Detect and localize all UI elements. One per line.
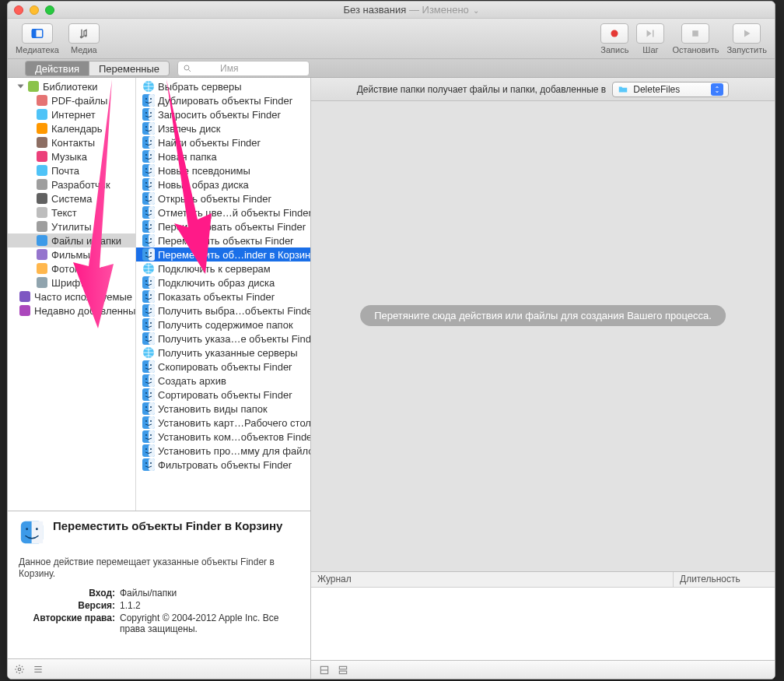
action-row[interactable]: Подключить образ диска	[136, 276, 310, 290]
action-label: Новая папка	[158, 151, 217, 163]
sidebar-item-files[interactable]: Файлы и папки	[8, 233, 135, 247]
stop-button[interactable]: Остановить	[672, 23, 719, 54]
action-label: Установить карт…Рабочего стола	[158, 417, 310, 429]
action-row[interactable]: Новые псевдонимы	[136, 163, 310, 177]
svg-rect-62	[149, 220, 155, 233]
folder-select[interactable]: DeleteFiles	[612, 82, 729, 97]
finder-action-icon	[142, 178, 155, 191]
media-label: Медиа	[71, 45, 97, 54]
action-row[interactable]: Скопировать объекты Finder	[136, 360, 310, 374]
sidebar-item-pdf[interactable]: PDF-файлы	[8, 93, 135, 107]
window-title[interactable]: Без названия — Изменено ⌄	[54, 4, 768, 16]
maximize-window-button[interactable]	[45, 5, 54, 15]
layout-icon-2[interactable]	[338, 665, 348, 676]
gear-icon[interactable]	[14, 664, 25, 675]
action-row[interactable]: Отметить цве…й объекты Finder	[136, 205, 310, 219]
recent-icon	[19, 304, 31, 317]
svg-rect-132	[339, 666, 346, 669]
action-row[interactable]: Показать объекты Finder	[136, 290, 310, 304]
action-row[interactable]: Выбрать серверы	[136, 79, 310, 93]
action-label: Установить про…мму для файлов	[158, 445, 310, 457]
tab-variables[interactable]: Переменные	[89, 61, 170, 76]
record-label: Запись	[600, 45, 628, 54]
action-row[interactable]: Фильтровать объекты Finder	[136, 458, 310, 472]
sidebar-recent[interactable]: Недавно добавленные	[8, 304, 135, 318]
action-row[interactable]: Переместить об…inder в Корзину	[136, 247, 310, 262]
svg-point-52	[150, 182, 152, 184]
log-col-duration[interactable]: Длительность	[674, 572, 775, 587]
svg-point-88	[145, 322, 147, 324]
sidebar-item-film[interactable]: Фильмы	[8, 247, 135, 262]
record-button[interactable]: Запись	[600, 23, 628, 54]
svg-point-51	[145, 182, 147, 184]
svg-point-105	[145, 392, 147, 394]
sidebar-item-txt[interactable]: Текст	[8, 205, 135, 219]
svg-rect-17	[37, 221, 47, 232]
search-input[interactable]: Имя	[177, 61, 310, 76]
action-row[interactable]: Переименовать объекты Finder	[136, 219, 310, 233]
library-tab-bar: Действия Переменные Имя	[8, 59, 775, 78]
sidebar-item-dev[interactable]: Разработчик	[8, 177, 135, 191]
action-row[interactable]: Установить ком…объектов Finder	[136, 430, 310, 444]
media-button[interactable]: Медиа	[68, 23, 100, 54]
action-row[interactable]: Получить указа…е объекты Finder	[136, 332, 310, 346]
action-label: Переместить объекты Finder	[158, 235, 293, 247]
dev-icon	[36, 178, 48, 191]
action-row[interactable]: Подключить к серверам	[136, 262, 310, 276]
layout-icon-1[interactable]	[319, 665, 330, 676]
search-icon	[183, 64, 192, 73]
svg-rect-87	[149, 318, 155, 331]
svg-rect-9	[37, 109, 47, 120]
run-button[interactable]: Запустить	[726, 23, 767, 54]
sidebar-library-root[interactable]: Библиотеки	[8, 79, 135, 93]
log-col-journal[interactable]: Журнал	[311, 572, 674, 587]
svg-point-71	[145, 252, 147, 254]
disclosure-triangle-icon[interactable]	[18, 85, 24, 89]
action-row[interactable]: Найти объекты Finder	[136, 135, 310, 149]
sidebar-item-mus[interactable]: Музыка	[8, 149, 135, 163]
action-row[interactable]: Создать архив	[136, 374, 310, 388]
library-button[interactable]: Медиатека	[16, 23, 59, 54]
tab-actions[interactable]: Действия	[25, 61, 89, 76]
sidebar-item-label: Файлы и папки	[51, 235, 121, 247]
action-label: Запросить объекты Finder	[158, 109, 281, 121]
sidebar-item-web[interactable]: Интернет	[8, 107, 135, 121]
action-row[interactable]: Новая папка	[136, 149, 310, 163]
step-button[interactable]: Шаг	[636, 23, 664, 54]
mus-icon	[36, 150, 48, 163]
sidebar-item-font[interactable]: Шрифты	[8, 276, 135, 290]
action-label: Извлечь диск	[158, 123, 221, 135]
action-row[interactable]: Установить про…мму для файлов	[136, 444, 310, 458]
action-row[interactable]: Новый образ диска	[136, 177, 310, 191]
close-window-button[interactable]	[14, 5, 23, 15]
action-row[interactable]: Сортировать объекты Finder	[136, 388, 310, 402]
finder-action-icon	[142, 122, 155, 135]
minimize-window-button[interactable]	[30, 5, 39, 15]
action-row[interactable]: Получить содержимое папок	[136, 318, 310, 332]
action-row[interactable]: Установить виды папок	[136, 402, 310, 416]
action-row[interactable]: Извлечь диск	[136, 121, 310, 135]
sidebar-item-util[interactable]: Утилиты	[8, 219, 135, 233]
sidebar-item-photo[interactable]: Фотографии	[8, 262, 135, 276]
workflow-footer	[311, 660, 775, 679]
action-row[interactable]: Запросить объекты Finder	[136, 107, 310, 121]
svg-rect-120	[149, 444, 155, 457]
action-row[interactable]: Дублировать объекты Finder	[136, 93, 310, 107]
action-label: Отметить цве…й объекты Finder	[158, 207, 310, 219]
mail-icon	[36, 164, 48, 177]
action-row[interactable]: Переместить объекты Finder	[136, 233, 310, 247]
sidebar-item-con[interactable]: Контакты	[8, 135, 135, 149]
svg-rect-104	[149, 388, 155, 401]
sidebar-frequent[interactable]: Часто используемые	[8, 290, 135, 304]
svg-rect-108	[149, 402, 155, 415]
sidebar-item-mail[interactable]: Почта	[8, 163, 135, 177]
action-row[interactable]: Получить выбра…объекты Finder	[136, 304, 310, 318]
sidebar-item-sys[interactable]: Система	[8, 191, 135, 205]
list-icon[interactable]	[33, 664, 44, 675]
action-row[interactable]: Получить указанные серверы	[136, 346, 310, 360]
action-label: Выбрать серверы	[158, 81, 242, 93]
sidebar-item-cal[interactable]: Календарь	[8, 121, 135, 135]
action-row[interactable]: Открыть объекты Finder	[136, 191, 310, 205]
action-row[interactable]: Установить карт…Рабочего стола	[136, 416, 310, 430]
workflow-canvas[interactable]: Перетяните сюда действия или файлы для с…	[311, 101, 775, 571]
